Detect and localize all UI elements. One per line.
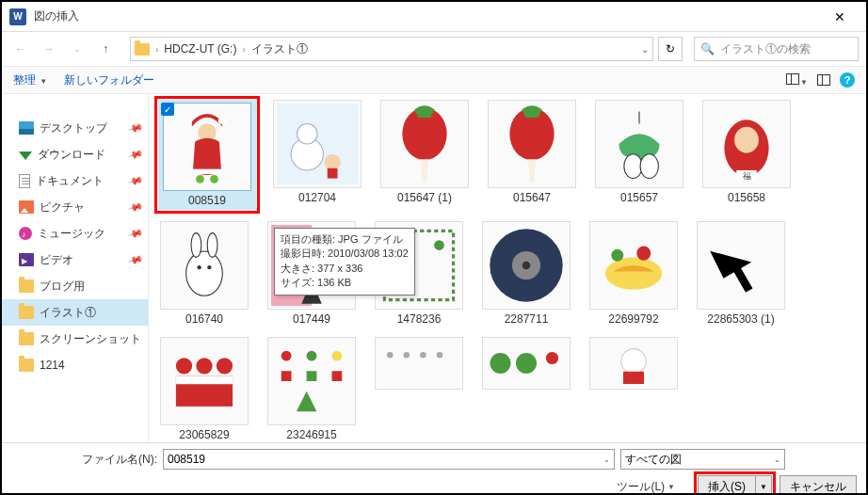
address-dropdown[interactable]: ⌄ <box>641 44 649 55</box>
pin-icon: 📌 <box>127 120 145 136</box>
svg-point-33 <box>605 257 662 289</box>
file-name: 22865303 (1) <box>707 312 774 326</box>
file-thumb[interactable]: 015647 <box>486 100 578 210</box>
address-bar[interactable]: › HDCZ-UT (G:) › イラスト① ⌄ <box>130 37 653 61</box>
file-thumb[interactable]: 22699792 <box>587 221 680 326</box>
pin-icon: 📌 <box>127 172 145 189</box>
folder-icon <box>135 43 150 56</box>
footer: ファイル名(N): 008519 ⌄ すべての図 ⌄ ツール(L) ▼ 挿入(S… <box>2 442 866 495</box>
close-button[interactable]: ✕ <box>821 9 859 24</box>
file-name: 2287711 <box>505 312 549 326</box>
file-thumb[interactable] <box>373 337 465 393</box>
breadcrumb-sep: › <box>242 44 245 55</box>
svg-point-32 <box>522 262 531 270</box>
refresh-button[interactable]: ↻ <box>658 37 683 61</box>
titlebar: W 図の挿入 ✕ <box>2 2 866 32</box>
preview-pane-button[interactable] <box>817 74 830 86</box>
nav-row: ← → ⌄ ↑ › HDCZ-UT (G:) › イラスト① ⌄ ↻ 🔍 イラス… <box>2 32 866 66</box>
cancel-button[interactable]: キャンセル <box>780 475 857 495</box>
view-button[interactable]: ▼ <box>786 73 808 88</box>
svg-rect-45 <box>307 371 317 381</box>
check-icon: ✓ <box>161 103 174 116</box>
sidebar-item-documents[interactable]: ドキュメント📌 <box>2 168 148 194</box>
svg-point-4 <box>210 175 218 184</box>
svg-point-16 <box>734 127 759 153</box>
svg-point-13 <box>624 154 642 179</box>
chevron-down-icon: ⌄ <box>603 455 610 464</box>
breadcrumb-sep: › <box>155 44 158 55</box>
insert-label: 挿入(S) <box>699 476 756 495</box>
file-name: 015647 (1) <box>397 191 452 204</box>
chevron-down-icon: ▼ <box>40 77 47 86</box>
svg-point-48 <box>404 352 410 359</box>
breadcrumb-drive[interactable]: HDCZ-UT (G:) <box>164 42 236 56</box>
chevron-down-icon: ▼ <box>800 78 808 87</box>
file-thumb[interactable]: 015657 <box>593 100 685 210</box>
file-name: 015657 <box>620 191 658 204</box>
sidebar-item-pictures[interactable]: ピクチャ📌 <box>2 194 148 220</box>
sidebar: デスクトップ📌 ダウンロード📌 ドキュメント📌 ピクチャ📌 ミュージック📌 ビデ… <box>2 94 149 442</box>
svg-point-51 <box>490 353 511 374</box>
search-box[interactable]: 🔍 イラスト①の検索 <box>694 37 859 61</box>
svg-point-23 <box>207 265 211 269</box>
folder-icon <box>19 332 34 345</box>
sidebar-item-blog[interactable]: ブログ用 <box>2 273 148 299</box>
file-thumb[interactable] <box>480 337 572 393</box>
svg-point-19 <box>186 251 223 295</box>
file-thumb[interactable]: 福015658 <box>700 100 793 210</box>
file-name: 015658 <box>728 191 765 204</box>
breadcrumb-folder[interactable]: イラスト① <box>251 41 308 57</box>
sidebar-item-music[interactable]: ミュージック📌 <box>2 220 148 247</box>
file-thumb[interactable]: 016740 <box>158 221 250 326</box>
svg-point-37 <box>196 358 212 374</box>
document-icon <box>19 174 30 188</box>
file-thumb[interactable]: 012704 <box>271 100 363 210</box>
sidebar-item-desktop[interactable]: デスクトップ📌 <box>2 115 148 141</box>
download-icon <box>19 152 32 160</box>
organize-menu[interactable]: 整理 ▼ <box>13 72 47 88</box>
filetype-filter[interactable]: すべての図 ⌄ <box>620 449 785 470</box>
pin-icon: 📌 <box>127 146 145 163</box>
svg-point-20 <box>191 233 201 258</box>
file-name: 1478236 <box>397 312 442 326</box>
sidebar-item-downloads[interactable]: ダウンロード📌 <box>2 141 148 168</box>
sidebar-item-1214[interactable]: 1214 <box>2 352 148 378</box>
new-folder-button[interactable]: 新しいフォルダー <box>64 72 154 88</box>
filename-field[interactable]: 008519 ⌄ <box>163 449 615 470</box>
file-name: 012704 <box>298 191 336 204</box>
tools-menu[interactable]: ツール(L) ▼ <box>617 479 675 495</box>
svg-point-54 <box>621 349 646 374</box>
tooltip-dimensions: 大きさ: 377 x 336 <box>281 262 409 276</box>
body: デスクトップ📌 ダウンロード📌 ドキュメント📌 ピクチャ📌 ミュージック📌 ビデ… <box>2 94 866 442</box>
svg-point-22 <box>197 265 201 269</box>
up-button[interactable]: ↑ <box>94 38 117 60</box>
file-thumb[interactable]: 23065829 <box>158 337 250 441</box>
chevron-down-icon: ▼ <box>667 483 675 491</box>
file-name: 008519 <box>188 194 226 207</box>
file-name: 015647 <box>513 191 551 204</box>
svg-rect-40 <box>176 376 233 385</box>
folder-icon <box>19 306 34 319</box>
file-thumb[interactable]: 22865303 (1) <box>695 221 787 326</box>
file-thumb[interactable]: 015647 (1) <box>378 100 471 210</box>
file-thumb[interactable]: 2287711 <box>480 221 572 326</box>
recent-button[interactable]: ⌄ <box>66 38 88 60</box>
pin-icon: 📌 <box>127 251 145 268</box>
sidebar-item-screenshot[interactable]: スクリーンショット <box>2 326 148 352</box>
insert-dropdown[interactable]: ▼ <box>756 483 771 491</box>
svg-point-52 <box>516 353 537 374</box>
file-name: 016740 <box>185 312 223 326</box>
help-button[interactable]: ? <box>840 72 855 88</box>
forward-button[interactable]: → <box>38 38 60 60</box>
file-name: 23065829 <box>179 428 229 441</box>
file-thumb[interactable]: 23246915 <box>265 337 358 441</box>
file-thumb[interactable] <box>587 337 680 393</box>
insert-button[interactable]: 挿入(S) ▼ <box>698 475 772 495</box>
back-button[interactable]: ← <box>9 38 32 60</box>
sidebar-item-illust[interactable]: イラスト① <box>2 299 148 326</box>
file-thumb[interactable]: ✓ 008519 <box>158 100 256 210</box>
svg-point-41 <box>281 351 292 361</box>
svg-point-53 <box>546 352 558 364</box>
sidebar-item-videos[interactable]: ビデオ📌 <box>2 247 148 273</box>
svg-point-36 <box>176 358 192 374</box>
